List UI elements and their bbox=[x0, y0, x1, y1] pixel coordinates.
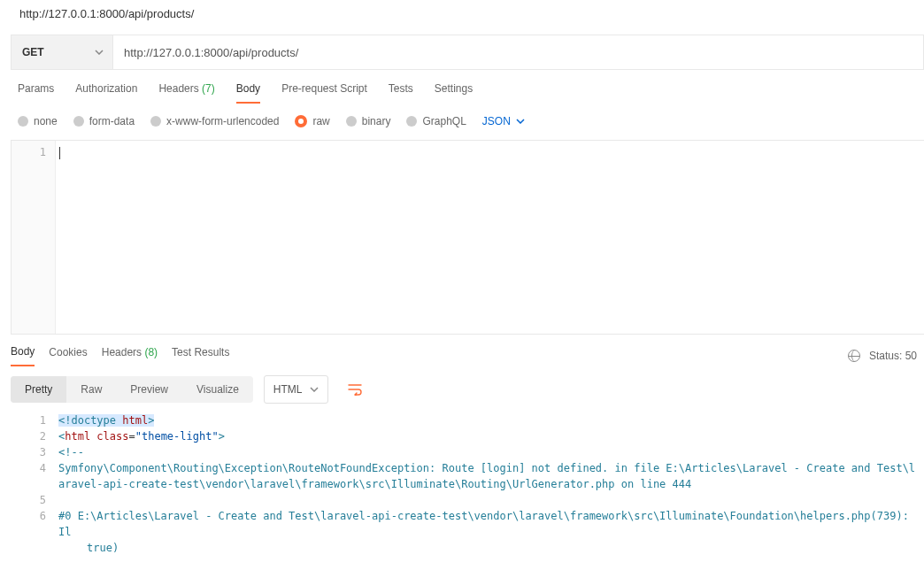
response-format-select[interactable]: HTML bbox=[264, 375, 328, 404]
line-number: 1 bbox=[12, 146, 46, 158]
code-line: Symfony\Component\Routing\Exception\Rout… bbox=[58, 460, 920, 492]
chevron-down-icon bbox=[516, 119, 525, 124]
view-pretty[interactable]: Pretty bbox=[11, 376, 66, 403]
view-preview[interactable]: Preview bbox=[116, 376, 182, 403]
radio-urlencoded[interactable]: x-www-form-urlencoded bbox=[150, 115, 279, 127]
radio-icon bbox=[18, 116, 28, 127]
tab-headers-count: (7) bbox=[202, 82, 215, 95]
tab-authorization[interactable]: Authorization bbox=[75, 82, 137, 104]
radio-none[interactable]: none bbox=[18, 115, 58, 127]
response-tabs: Body Cookies Headers (8) Test Results St… bbox=[11, 335, 924, 366]
text-cursor bbox=[59, 147, 60, 159]
chevron-down-icon bbox=[95, 50, 104, 55]
tab-headers[interactable]: Headers (7) bbox=[158, 82, 214, 104]
code-line: #0 E:\Articles\Laravel - Create and Test… bbox=[58, 508, 920, 540]
radio-graphql[interactable]: GraphQL bbox=[406, 115, 466, 127]
response-view-row: Pretty Raw Preview Visualize HTML bbox=[11, 366, 924, 411]
request-tabs: Params Authorization Headers (7) Body Pr… bbox=[11, 70, 924, 104]
globe-icon[interactable] bbox=[848, 350, 860, 362]
tab-headers-label: Headers bbox=[158, 82, 202, 95]
radio-binary[interactable]: binary bbox=[346, 115, 391, 127]
body-format-select[interactable]: JSON bbox=[482, 115, 525, 127]
app-window: http://127.0.0.1:8000/api/products/ GET … bbox=[0, 0, 924, 570]
view-raw[interactable]: Raw bbox=[66, 376, 116, 403]
editor-body[interactable] bbox=[56, 141, 924, 334]
radio-icon bbox=[406, 116, 417, 127]
code-line: <!-- bbox=[58, 444, 920, 460]
code-line: <!doctype html> bbox=[58, 412, 920, 428]
radio-form-data[interactable]: form-data bbox=[73, 115, 135, 127]
radio-icon bbox=[73, 116, 84, 127]
response-body: 1 2 3 4 5 6 <!doctype html><html class="… bbox=[11, 411, 924, 570]
tab-prerequest[interactable]: Pre-request Script bbox=[281, 82, 367, 104]
chevron-down-icon bbox=[310, 387, 319, 392]
view-visualize[interactable]: Visualize bbox=[182, 376, 253, 403]
request-title: http://127.0.0.1:8000/api/products/ bbox=[11, 0, 924, 35]
response-code[interactable]: <!doctype html><html class="theme-light"… bbox=[55, 411, 924, 570]
view-mode-group: Pretty Raw Preview Visualize bbox=[11, 376, 253, 403]
radio-icon bbox=[295, 115, 307, 127]
response-tab-body[interactable]: Body bbox=[11, 345, 35, 366]
request-body-editor[interactable]: 1 bbox=[11, 140, 924, 335]
editor-gutter: 1 bbox=[12, 141, 56, 334]
code-line: true) bbox=[58, 540, 920, 556]
tab-settings[interactable]: Settings bbox=[435, 82, 473, 104]
request-row: GET http://127.0.0.1:8000/api/products/ bbox=[11, 35, 924, 70]
tab-params[interactable]: Params bbox=[18, 82, 54, 104]
wrap-lines-button[interactable] bbox=[341, 375, 369, 404]
response-tab-cookies[interactable]: Cookies bbox=[49, 346, 87, 366]
radio-icon bbox=[150, 116, 161, 127]
response-tab-headers[interactable]: Headers (8) bbox=[102, 346, 158, 366]
request-url-input[interactable]: http://127.0.0.1:8000/api/products/ bbox=[113, 35, 924, 70]
response-tab-test-results[interactable]: Test Results bbox=[172, 346, 229, 366]
response-status-bar: Status: 50 bbox=[848, 350, 917, 362]
response-gutter: 1 2 3 4 5 6 bbox=[11, 411, 55, 570]
status-label: Status: 50 bbox=[869, 350, 917, 362]
tab-tests[interactable]: Tests bbox=[389, 82, 413, 104]
radio-icon bbox=[346, 116, 357, 127]
body-type-row: none form-data x-www-form-urlencoded raw… bbox=[11, 104, 924, 140]
tab-body[interactable]: Body bbox=[236, 82, 260, 104]
wrap-icon bbox=[348, 383, 362, 396]
radio-raw[interactable]: raw bbox=[295, 115, 329, 127]
code-line: <html class="theme-light"> bbox=[58, 428, 920, 444]
http-method-label: GET bbox=[22, 46, 44, 58]
http-method-select[interactable]: GET bbox=[11, 35, 113, 70]
code-line bbox=[58, 492, 920, 508]
